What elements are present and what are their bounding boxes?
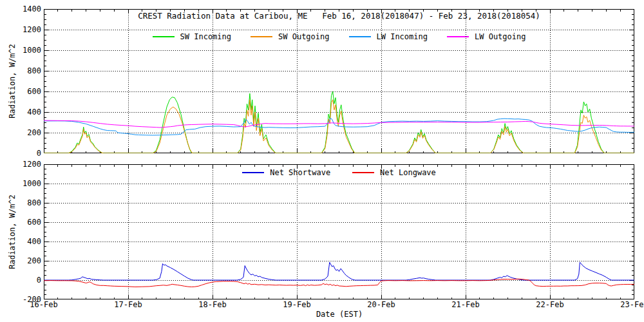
y-tick-label: 1000 [10,179,41,188]
y-tick-label: 800 [10,198,41,207]
radiation-chart-figure: CREST Radiation Data at Caribou, ME Feb … [0,0,644,322]
bottom-net-radiation-plot [44,164,634,299]
x-tick-label: 20-Feb [367,300,395,309]
y-tick-label: 400 [10,108,41,117]
y-tick-label: 800 [10,66,41,75]
top-radiation-plot [44,9,634,153]
y-tick-label: 600 [10,87,41,96]
y-tick-label: 1200 [10,160,41,169]
y-tick-label: 200 [10,256,41,265]
x-tick-label: 16-Feb [30,300,57,309]
x-tick-label: 17-Feb [114,300,142,309]
x-tick-label: 18-Feb [198,300,226,309]
y-tick-label: 1200 [10,25,41,34]
y-tick-label: 600 [10,218,41,227]
y-tick-label: 400 [10,237,41,246]
y-tick-label: 0 [10,149,41,158]
y-tick-label: 200 [10,128,41,137]
x-tick-label: 19-Feb [283,300,310,309]
y-tick-label: 0 [10,276,41,285]
x-tick-label: 21-Feb [451,300,479,309]
y-tick-label: 1400 [10,5,41,14]
x-tick-label: 23-Feb [620,300,644,309]
y-tick-label: 1000 [10,46,41,55]
x-tick-label: 22-Feb [536,300,564,309]
x-axis-label: Date (EST) [316,310,363,319]
series-net-shortwave [44,262,634,280]
